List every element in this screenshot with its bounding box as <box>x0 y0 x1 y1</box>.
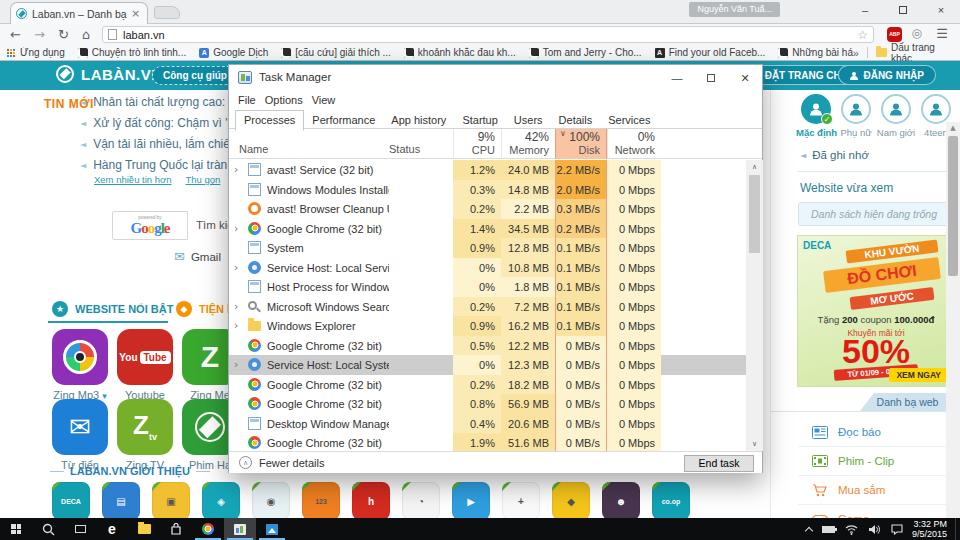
back-icon[interactable]: ← <box>10 25 21 44</box>
process-row[interactable]: ›Service Host: Local System (16)0%12.3 M… <box>229 355 746 375</box>
process-row[interactable]: avast! Browser Cleanup User Int...0.2%2.… <box>229 199 746 219</box>
remembered-link[interactable]: ◄Đã ghi nhớ <box>800 149 869 161</box>
column-cpu[interactable]: 9%CPU <box>453 129 501 159</box>
profile-option[interactable]: Phụ nữ <box>836 94 876 138</box>
process-row[interactable]: Windows Modules Installer Wor...0.3%14.8… <box>229 180 746 200</box>
taskbar-search-button[interactable] <box>32 518 64 540</box>
directory-item-cart[interactable]: Mua sắm <box>798 476 954 505</box>
task-view-button[interactable] <box>64 518 96 540</box>
profile-option[interactable]: Nam giới <box>876 94 916 138</box>
tab-close-icon[interactable]: × <box>131 7 140 20</box>
reload-icon[interactable]: ↻ <box>58 25 69 44</box>
process-row[interactable]: Google Chrome (32 bit)1.9%51.6 MB0 MB/s0… <box>229 433 746 451</box>
app-tile-youtube[interactable]: YouTube <box>117 329 173 385</box>
expand-arrow-icon[interactable]: › <box>234 297 244 317</box>
process-row[interactable]: ›Service Host: Local Service (Net...0%10… <box>229 258 746 278</box>
fewer-details-toggle[interactable]: ∧ Fewer details <box>239 456 324 469</box>
browser-close-button[interactable]: × <box>922 0 960 20</box>
browser-minimize-button[interactable]: – <box>846 0 884 20</box>
adblock-icon[interactable]: ABP <box>887 27 902 42</box>
scrollbar-thumb[interactable] <box>749 175 760 253</box>
bookmark-item[interactable]: AFind your old Faceb... <box>655 47 766 58</box>
chrome-taskbar-button[interactable] <box>192 518 224 540</box>
tm-close-button[interactable]: ✕ <box>728 65 762 91</box>
bookmark-item[interactable]: AGoogle Dịch <box>199 47 268 58</box>
photos-taskbar-button[interactable] <box>256 518 288 540</box>
address-bar[interactable]: laban.vn ☆ <box>102 26 874 43</box>
directory-item-game[interactable]: Game <box>798 505 954 518</box>
bookmark-item[interactable]: [cãu cứu] giải thích ... <box>281 47 391 58</box>
intro-tile[interactable]: co.op <box>652 482 690 518</box>
expand-arrow-icon[interactable]: › <box>234 316 244 336</box>
news-item[interactable]: ◄Nhân tài chất lượng cao: <box>80 95 225 109</box>
process-row[interactable]: ›Google Chrome (32 bit)1.4%34.5 MB0.2 MB… <box>229 219 746 239</box>
google-search-widget[interactable]: powered by Google <box>112 211 188 240</box>
tm-minimize-button[interactable]: — <box>660 65 694 91</box>
intro-tile[interactable]: ▤ <box>102 482 140 518</box>
tab-users[interactable]: Users <box>506 111 551 130</box>
process-row[interactable]: ›avast! Service (32 bit)1.2%24.0 MB2.2 M… <box>229 160 746 180</box>
process-row[interactable]: Google Chrome (32 bit)0.2%18.2 MB0 MB/s0… <box>229 375 746 395</box>
store-button[interactable] <box>160 518 192 540</box>
menu-options[interactable]: Options <box>265 91 303 109</box>
tab-processes[interactable]: Processes <box>235 110 304 131</box>
tab-details[interactable]: Details <box>551 111 601 130</box>
tab-featured-websites[interactable]: ★ WEBSITE NỔI BẬT <box>52 301 173 317</box>
site-logo[interactable]: LABÀN.VN <box>56 65 163 83</box>
start-button[interactable] <box>0 518 32 540</box>
intro-tile[interactable]: ◉ <box>252 482 290 518</box>
process-row[interactable]: ›Windows Explorer0.9%16.2 MB0.1 MB/s0 Mb… <box>229 316 746 336</box>
column-name[interactable]: Name <box>239 143 268 155</box>
bookmark-item[interactable]: khoảnh khắc đau kh... <box>404 47 516 58</box>
login-button[interactable]: ĐĂNG NHẬP <box>838 65 936 85</box>
intro-tile[interactable]: ▶ <box>452 482 490 518</box>
show-desktop-button[interactable] <box>955 518 960 540</box>
gmail-link[interactable]: ✉ Gmail <box>174 249 221 264</box>
column-disk[interactable]: ∨ 100%Disk <box>555 129 607 159</box>
file-explorer-button[interactable] <box>128 518 160 540</box>
tab-performance[interactable]: Performance <box>304 111 383 130</box>
news-item[interactable]: ◄Hàng Trung Quốc lại tràn <box>80 158 227 172</box>
edge-button[interactable]: e <box>96 518 128 540</box>
task-manager-titlebar[interactable]: Task Manager — ✕ <box>229 65 762 91</box>
taskbar-clock[interactable]: 3:32 PM 9/5/2015 <box>912 519 947 539</box>
bookmark-item[interactable]: Chuyện trò linh tinh... <box>78 47 187 58</box>
browser-tab[interactable]: Laban.vn – Danh bạ Intern × <box>10 2 148 24</box>
process-row[interactable]: System0.9%12.8 MB0.1 MB/s0 Mbps <box>229 238 746 258</box>
extension-icon[interactable]: ◎ <box>912 26 922 40</box>
bookmarks-overflow-icon[interactable]: » <box>853 47 859 59</box>
intro-tile[interactable]: ◆ <box>552 482 590 518</box>
app-tile-zingtv[interactable]: Ztv <box>117 399 173 455</box>
profile-badge[interactable]: Nguyễn Văn Tuấ... <box>689 2 780 17</box>
column-status[interactable]: Status <box>389 143 420 155</box>
tab-services[interactable]: Services <box>600 111 658 130</box>
intro-tile[interactable]: h <box>352 482 390 518</box>
news-item[interactable]: ◄Xử lý đất công: Chậm vì 'l <box>80 116 230 130</box>
column-memory[interactable]: 42%Memory <box>501 129 555 159</box>
tm-maximize-button[interactable] <box>694 65 728 91</box>
task-manager-taskbar-button[interactable] <box>224 518 256 540</box>
app-tile-zingmp3[interactable] <box>52 329 108 385</box>
column-network[interactable]: 0%Network <box>607 129 661 159</box>
intro-tile[interactable]: + <box>502 482 540 518</box>
tab-utilities[interactable]: ◆ TIỆN Í <box>176 301 230 317</box>
chrome-menu-icon[interactable]: ☰ <box>936 26 948 41</box>
intro-tile[interactable]: 123 <box>302 482 340 518</box>
directory-item-film[interactable]: Phim - Clip <box>798 447 954 476</box>
browser-restore-button[interactable] <box>884 0 922 20</box>
wifi-indicator[interactable] <box>845 524 858 535</box>
intro-tile[interactable]: ☻ <box>602 482 640 518</box>
expand-arrow-icon[interactable]: › <box>234 160 244 180</box>
bookmark-item[interactable]: Tom and Jerry - Cho... <box>529 47 642 58</box>
process-row[interactable]: Desktop Window Manager0.4%20.6 MB0 MB/s0… <box>229 414 746 434</box>
volume-indicator[interactable] <box>868 524 881 535</box>
scroll-up-icon[interactable]: ▲ <box>946 122 960 135</box>
ad-cta-button[interactable]: XEM NGAY <box>889 368 948 382</box>
news-collapse-link[interactable]: Thu gọn <box>186 174 221 185</box>
bookmark-item[interactable]: Ứng dụng <box>6 47 65 58</box>
forward-icon[interactable]: → <box>34 25 45 44</box>
tab-app-history[interactable]: App history <box>383 111 454 130</box>
scroll-up-icon[interactable]: ∧ <box>746 160 763 174</box>
action-center-button[interactable] <box>891 524 903 535</box>
end-task-button[interactable]: End task <box>684 455 754 472</box>
